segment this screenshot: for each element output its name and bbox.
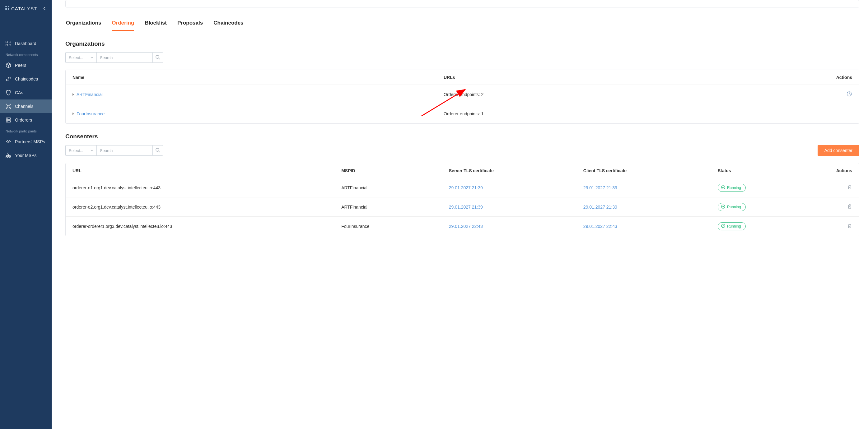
svg-point-26: [156, 55, 159, 59]
svg-rect-3: [5, 8, 6, 9]
nav-label: Dashboard: [15, 41, 36, 46]
nav-label: Your MSPs: [15, 153, 37, 158]
chevron-down-icon: [90, 148, 93, 153]
tab-blocklist[interactable]: Blocklist: [145, 18, 167, 31]
col-urls: URLs: [444, 75, 815, 80]
col-status: Status: [718, 168, 812, 173]
cons-server-tls[interactable]: 29.01.2027 21:39: [449, 185, 583, 190]
chevron-down-icon: [90, 55, 93, 60]
cons-client-tls[interactable]: 29.01.2027 21:39: [583, 185, 718, 190]
org-search-button[interactable]: [152, 52, 163, 63]
cons-client-tls[interactable]: 29.01.2027 21:39: [583, 204, 718, 209]
col-actions: Actions: [815, 75, 852, 80]
cons-server-tls[interactable]: 29.01.2027 21:39: [449, 204, 583, 209]
check-circle-icon: [721, 204, 725, 209]
search-icon: [155, 148, 160, 154]
nav-peers[interactable]: Peers: [0, 59, 52, 72]
svg-point-13: [8, 106, 9, 107]
nav-chaincodes[interactable]: Chaincodes: [0, 72, 52, 86]
svg-rect-22: [8, 153, 9, 154]
svg-rect-0: [5, 6, 6, 7]
status-text: Running: [727, 186, 741, 190]
nav-cas[interactable]: CAs: [0, 86, 52, 99]
org-name-cell[interactable]: ARTFinancial: [72, 92, 444, 97]
cube-icon: [6, 63, 11, 68]
org-name-cell[interactable]: FourInsurance: [72, 111, 444, 116]
brand-text: CATALYST: [11, 6, 37, 11]
nav-label: Channels: [15, 104, 33, 109]
sidebar: CATALYST Dashboard Network components Pe…: [0, 0, 52, 429]
nav-section-participants: Network participants: [0, 127, 52, 135]
nav-label: Partners' MSPs: [15, 139, 45, 144]
org-search-input[interactable]: [96, 52, 152, 63]
add-consenter-button[interactable]: Add consenter: [817, 145, 859, 156]
view-history-icon[interactable]: [846, 91, 852, 97]
cons-table-row: orderer-o1.org1.dev.catalyst.intellecteu…: [66, 178, 859, 197]
consenters-filter: Select...: [65, 145, 163, 156]
select-placeholder: Select...: [69, 148, 83, 153]
cons-status-cell: Running: [718, 184, 812, 192]
cons-table-header: URL MSPID Server TLS certificate Client …: [66, 163, 859, 178]
org-table-row: FourInsurance Orderer endpoints: 1: [66, 104, 859, 124]
nav-partners-msps[interactable]: Partners' MSPs: [0, 135, 52, 148]
status-badge: Running: [718, 203, 746, 211]
caret-right-icon: [72, 112, 74, 115]
svg-rect-10: [9, 41, 11, 43]
col-server-tls: Server TLS certificate: [449, 168, 583, 173]
organizations-heading: Organizations: [65, 40, 859, 47]
cons-actions-cell: [812, 224, 852, 229]
cons-search-button[interactable]: [152, 145, 163, 156]
cons-mspid: FourInsurance: [341, 224, 449, 229]
top-panel: [65, 0, 859, 7]
consenters-heading: Consenters: [65, 133, 859, 140]
nav-channels[interactable]: Channels: [0, 99, 52, 113]
check-circle-icon: [721, 224, 725, 229]
link-icon: [6, 76, 11, 82]
org-urls-cell: Orderer endpoints: 1: [444, 111, 815, 116]
svg-rect-7: [6, 9, 7, 10]
handshake-icon: [6, 139, 11, 144]
status-badge: Running: [718, 222, 746, 230]
trash-icon[interactable]: [847, 204, 852, 209]
cons-search-input[interactable]: [96, 145, 152, 156]
svg-rect-1: [6, 6, 7, 7]
brand-suffix: YST: [27, 6, 37, 11]
cons-status-cell: Running: [718, 203, 812, 211]
nav-dashboard[interactable]: Dashboard: [0, 37, 52, 51]
tab-chaincodes[interactable]: Chaincodes: [213, 18, 243, 31]
tab-organizations[interactable]: Organizations: [66, 18, 101, 31]
consenters-table: URL MSPID Server TLS certificate Client …: [65, 163, 859, 236]
trash-icon[interactable]: [847, 224, 852, 229]
nav-your-msps[interactable]: Your MSPs: [0, 148, 52, 162]
cons-actions-cell: [812, 204, 852, 210]
cons-server-tls[interactable]: 29.01.2027 22:43: [449, 224, 583, 229]
org-actions-cell: [815, 91, 852, 98]
channels-icon: [6, 103, 11, 109]
org-filter-select[interactable]: Select...: [65, 52, 96, 63]
status-text: Running: [727, 205, 741, 209]
svg-rect-11: [6, 44, 8, 46]
cons-client-tls[interactable]: 29.01.2027 22:43: [583, 224, 718, 229]
col-client-tls: Client TLS certificate: [583, 168, 718, 173]
brand-logo-icon: [4, 6, 9, 11]
svg-point-21: [7, 121, 7, 122]
cons-status-cell: Running: [718, 222, 812, 230]
org-name-text: FourInsurance: [76, 111, 104, 116]
brand: CATALYST: [4, 6, 39, 11]
select-placeholder: Select...: [69, 55, 83, 60]
tab-proposals[interactable]: Proposals: [177, 18, 203, 31]
tab-ordering[interactable]: Ordering: [112, 18, 134, 31]
organizations-filter: Select...: [65, 52, 859, 63]
sidebar-collapse-button[interactable]: [42, 6, 47, 11]
trash-icon[interactable]: [847, 185, 852, 190]
cons-filter-select[interactable]: Select...: [65, 145, 96, 156]
caret-right-icon: [72, 93, 74, 96]
cons-actions-cell: [812, 185, 852, 191]
status-text: Running: [727, 224, 741, 229]
nav-label: Peers: [15, 63, 26, 68]
svg-rect-24: [8, 157, 9, 158]
svg-rect-25: [10, 157, 11, 158]
nav-orderers[interactable]: Orderers: [0, 113, 52, 127]
col-actions: Actions: [812, 168, 852, 173]
col-name: Name: [72, 75, 444, 80]
